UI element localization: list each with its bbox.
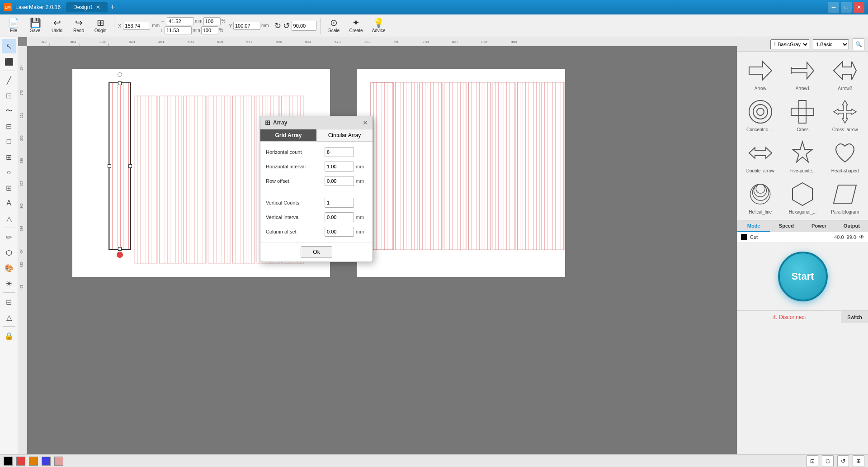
- minimize-button[interactable]: ─: [828, 2, 839, 13]
- paint-tool[interactable]: 🎨: [2, 261, 16, 275]
- text-tool[interactable]: A: [2, 196, 16, 210]
- color-pink[interactable]: [54, 457, 63, 466]
- layer-tab-output[interactable]: Output: [835, 220, 868, 232]
- tab-close[interactable]: ✕: [96, 4, 100, 10]
- layer-row-cut[interactable]: Cut 40.0 99.0 👁: [737, 232, 868, 243]
- pencil-tool[interactable]: ✏: [2, 230, 16, 244]
- color-red[interactable]: [16, 457, 25, 466]
- window-controls: ─ □ ✕: [828, 2, 864, 13]
- start-button[interactable]: Start: [778, 252, 828, 301]
- measure-tool[interactable]: △: [2, 211, 16, 226]
- frame-button[interactable]: ⊡: [807, 455, 818, 467]
- shape-parallelogram[interactable]: Parallelogram: [826, 179, 864, 216]
- basic-dropdown[interactable]: 1.Basic1.Basic2.Standard3.Custom: [813, 39, 849, 49]
- create-button[interactable]: ✦ Create: [346, 16, 367, 35]
- y-coord-group: Y mm: [229, 22, 269, 30]
- vertical-interval-input[interactable]: [325, 212, 354, 222]
- angle-input[interactable]: [292, 21, 316, 31]
- origin-button[interactable]: ⊞ Origin: [90, 16, 110, 35]
- design-tab[interactable]: Design1 ✕: [66, 2, 108, 12]
- line-tool[interactable]: ╱: [2, 73, 16, 87]
- shape-concentric[interactable]: Concentric_...: [741, 96, 780, 134]
- canvas-inner[interactable]: [27, 46, 737, 454]
- cross-preview: [789, 98, 816, 125]
- shape-double-arrow[interactable]: Double_arrow: [741, 138, 780, 175]
- color-black[interactable]: [4, 457, 13, 466]
- layer-visibility[interactable]: 👁: [859, 234, 864, 240]
- dialog-tab-circular[interactable]: Circular Array: [316, 129, 373, 141]
- crop-tool[interactable]: ⊡: [2, 88, 16, 103]
- advice-button[interactable]: 💡 Advice: [368, 16, 389, 35]
- maximize-button[interactable]: □: [841, 2, 852, 13]
- horizontal-interval-input[interactable]: [325, 162, 354, 172]
- search-shapes-button[interactable]: 🔍: [853, 38, 864, 50]
- handle-top[interactable]: [118, 81, 122, 85]
- canvas-right[interactable]: [357, 69, 565, 277]
- undo-button[interactable]: ↩ Undo: [47, 16, 67, 35]
- rect-tool[interactable]: □: [2, 134, 16, 149]
- shape-hexagonal[interactable]: Hexagonal_...: [783, 179, 822, 216]
- close-button[interactable]: ✕: [854, 2, 864, 13]
- path-tool[interactable]: △: [2, 310, 16, 324]
- disconnect-button[interactable]: ⚠ Disconnect: [737, 311, 841, 323]
- tab-add-button[interactable]: +: [108, 3, 118, 12]
- select-tool[interactable]: ↖: [2, 39, 16, 53]
- shape-cross-arrow[interactable]: Cross_arrow: [826, 96, 864, 134]
- horizontal-count-input[interactable]: [325, 147, 354, 157]
- canvas-area[interactable]: 317 384 304 423 461 500 519 557 596 634 …: [18, 37, 737, 454]
- app-title-text: LaserMaker 2.0.16: [15, 4, 61, 10]
- basic-gray-dropdown[interactable]: 1.BasicGray1.BasicGray2.BasicGray3.Advan…: [770, 39, 809, 49]
- array-tool[interactable]: ⚹: [2, 276, 16, 291]
- shape-five-pointed[interactable]: Five-pointe...: [783, 138, 822, 175]
- layer-tab-speed[interactable]: Speed: [770, 220, 802, 232]
- width-pct[interactable]: [203, 17, 221, 25]
- shape-arrow[interactable]: Arrow: [741, 55, 780, 93]
- lock-tool[interactable]: 🔒: [2, 329, 16, 343]
- dialog-close-button[interactable]: ✕: [363, 119, 368, 126]
- switch-button[interactable]: Switch: [841, 311, 868, 323]
- dialog-tab-grid[interactable]: Grid Array: [260, 129, 316, 141]
- select-all-button[interactable]: ⬡: [822, 455, 834, 467]
- width-input[interactable]: [167, 17, 194, 25]
- shape-helical[interactable]: Helical_line: [741, 179, 780, 216]
- save-button[interactable]: 💾 Save: [25, 16, 45, 35]
- bitmap-tool[interactable]: ⊞: [2, 150, 16, 164]
- dialog-body: Horizontal count Horizontal interval mm …: [260, 142, 373, 242]
- curve-tool[interactable]: 〜: [2, 104, 16, 118]
- shape-heart[interactable]: Heart-shaped: [826, 138, 864, 175]
- align-tool[interactable]: ⊟: [2, 119, 16, 133]
- rotate-ccw-btn[interactable]: ↺: [283, 21, 290, 31]
- shape-arrow1[interactable]: Arrow1: [783, 55, 822, 93]
- origin-point[interactable]: [117, 252, 123, 258]
- shape-arrow2[interactable]: Arrow2: [826, 55, 864, 93]
- x-input[interactable]: [123, 22, 150, 30]
- ellipse-tool[interactable]: ○: [2, 165, 16, 180]
- refresh-button[interactable]: ↺: [837, 455, 849, 467]
- color-orange[interactable]: [29, 457, 38, 466]
- file-button[interactable]: 📄 File: [4, 16, 24, 35]
- column-offset-input[interactable]: [325, 227, 354, 237]
- vertical-counts-input[interactable]: [325, 198, 354, 208]
- y-input[interactable]: [233, 22, 260, 30]
- layer-tab-power[interactable]: Power: [803, 220, 835, 232]
- redo-button[interactable]: ↪ Redo: [69, 16, 89, 35]
- handle-bottom[interactable]: [118, 247, 122, 251]
- height-pct[interactable]: [201, 26, 218, 34]
- handle-right[interactable]: [128, 164, 132, 168]
- row-offset-input[interactable]: [325, 176, 354, 186]
- grid-view-button[interactable]: ⊞: [853, 455, 864, 467]
- handle-left[interactable]: [108, 164, 111, 168]
- height-input[interactable]: [165, 26, 192, 34]
- node-tool[interactable]: ⬛: [2, 54, 16, 69]
- color-blue[interactable]: [42, 457, 51, 466]
- grid-tool[interactable]: ⊞: [2, 181, 16, 195]
- layers-tool[interactable]: ⊟: [2, 295, 16, 309]
- rotate-cw-btn[interactable]: ↻: [274, 21, 281, 31]
- rotate-handle[interactable]: [118, 72, 122, 77]
- layer-tab-mode[interactable]: Mode: [737, 220, 770, 232]
- fill-tool[interactable]: ⬡: [2, 245, 16, 260]
- shape-cross[interactable]: Cross: [783, 96, 822, 134]
- scale-button[interactable]: ⊙ Scale: [324, 16, 344, 35]
- ok-button[interactable]: Ok: [301, 246, 332, 258]
- design-object-left[interactable]: [108, 82, 131, 250]
